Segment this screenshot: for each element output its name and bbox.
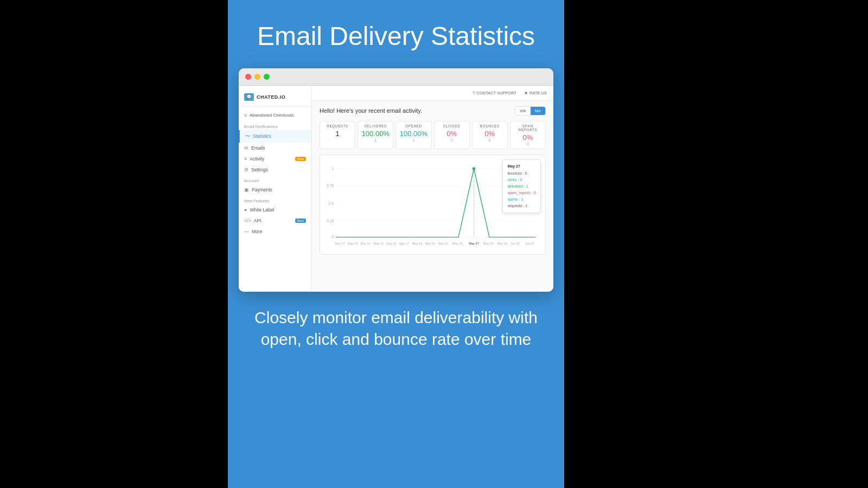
help-icon: ? <box>473 91 475 95</box>
stat-clicked-label: CLICKED <box>438 124 466 128</box>
stat-spam-label: SPAM REPORTS <box>514 124 542 132</box>
stat-spam-value: 0% <box>514 133 542 142</box>
sidebar-item-settings[interactable]: ⚙ Settings <box>239 164 311 175</box>
api-icon: </> <box>244 218 251 223</box>
svg-text:May 21: May 21 <box>425 241 435 245</box>
sidebar-item-payments[interactable]: ▣ Payments <box>239 184 311 195</box>
new-badge: New <box>295 157 306 161</box>
week-toggle[interactable]: Wk <box>515 107 531 115</box>
sidebar-item-abandoned-checkouts[interactable]: ≡ Abandoned Checkouts <box>239 110 311 121</box>
more-icon: — <box>244 229 249 234</box>
page-title: Email Delivery Statistics <box>235 0 557 68</box>
browser-titlebar <box>239 68 553 86</box>
stat-bounces-label: BOUNCES <box>476 124 504 128</box>
statistics-icon: 〜 <box>245 133 250 140</box>
svg-text:May 29: May 29 <box>483 241 494 245</box>
svg-text:May 15: May 15 <box>386 241 397 245</box>
svg-text:0.75: 0.75 <box>327 184 334 188</box>
sidebar-item-label: Activity <box>250 156 264 162</box>
settings-icon: ⚙ <box>244 167 248 172</box>
sidebar-item-label: Payments <box>252 187 272 192</box>
sidebar-section-account: Account <box>239 175 311 184</box>
svg-text:Jun 02: Jun 02 <box>510 241 520 245</box>
stat-spam: SPAM REPORTS 0% 0 <box>510 121 546 149</box>
contact-support-label: CONTACT SUPPORT <box>476 91 516 95</box>
period-toggle: Wk Mo <box>515 106 546 115</box>
close-button[interactable] <box>245 74 251 80</box>
sidebar-logo: 💬 CHATED.IO <box>239 90 311 107</box>
svg-text:May 11: May 11 <box>361 241 371 245</box>
svg-text:May 19: May 19 <box>412 241 423 245</box>
svg-text:May 07: May 07 <box>335 241 345 245</box>
stat-delivered-value: 100.00% <box>361 130 390 138</box>
chart-tooltip: May 27 bounces : 0 clicks : 0 delivered … <box>502 159 541 213</box>
topbar: ? CONTACT SUPPORT ★ RATE US <box>312 86 553 101</box>
chart-container: 1 0.75 0.5 0.25 0 <box>320 155 546 255</box>
svg-point-11 <box>473 167 476 170</box>
tooltip-spam: spam_reports : 0 <box>507 190 536 196</box>
rate-us-button[interactable]: ★ RATE US <box>524 91 547 95</box>
menu-icon: ≡ <box>244 113 247 118</box>
tooltip-date: May 27 <box>507 163 536 170</box>
stat-requests: REQUESTS 1 <box>320 121 355 149</box>
stat-requests-value: 1 <box>323 130 352 138</box>
sidebar-item-white-label[interactable]: ● White Label <box>239 204 311 215</box>
sidebar-item-emails[interactable]: ✉ Emails <box>239 143 311 153</box>
contact-support-button[interactable]: ? CONTACT SUPPORT <box>473 91 516 95</box>
stat-bounces-sub: 0 <box>476 138 504 142</box>
svg-text:1: 1 <box>331 166 334 170</box>
sidebar: 💬 CHATED.IO ≡ Abandoned Checkouts Email … <box>239 86 312 292</box>
sidebar-section-features: New Features <box>239 195 311 204</box>
stat-clicked: CLICKED 0% 0 <box>434 121 470 149</box>
sidebar-item-label: Statistics <box>253 133 271 139</box>
tooltip-delivered: delivered : 1 <box>507 183 536 190</box>
stat-bounces-value: 0% <box>476 130 504 138</box>
sidebar-item-more[interactable]: — More <box>239 226 311 237</box>
sidebar-item-label: Emails <box>251 145 265 151</box>
white-label-icon: ● <box>244 207 247 213</box>
stat-spam-sub: 0 <box>514 142 542 146</box>
stat-opened-sub: 1 <box>399 138 427 142</box>
minimize-button[interactable] <box>254 74 260 80</box>
activity-header: Hello! Here's your recent email activity… <box>320 106 546 115</box>
stat-delivered-sub: 1 <box>361 138 390 142</box>
svg-text:May 23: May 23 <box>438 241 448 245</box>
logo-icon: 💬 <box>244 93 254 101</box>
stat-opened: OPENED 100.00% 1 <box>395 121 431 149</box>
sidebar-item-activity[interactable]: ≡ Activity New <box>239 153 311 164</box>
stat-delivered: DELIVERED 100.00% 1 <box>358 121 393 149</box>
stat-opened-value: 100.00% <box>399 130 427 138</box>
tooltip-bounces: bounces : 0 <box>507 170 536 177</box>
stat-bounces: BOUNCES 0% 0 <box>472 121 508 149</box>
svg-text:May 09: May 09 <box>348 241 358 245</box>
sidebar-item-label: Abandoned Checkouts <box>250 113 293 118</box>
stat-delivered-label: DELIVERED <box>361 124 390 128</box>
sidebar-item-api[interactable]: </> API Beta <box>239 215 311 226</box>
svg-text:May 27: May 27 <box>469 241 479 245</box>
sidebar-item-statistics[interactable]: 〜 Statistics <box>239 130 311 143</box>
maximize-button[interactable] <box>264 74 270 80</box>
bottom-subtitle: Closely monitor email deliverability wit… <box>228 292 564 362</box>
svg-text:Jun 04: Jun 04 <box>525 241 534 245</box>
stat-clicked-sub: 0 <box>438 138 466 142</box>
email-icon: ✉ <box>244 145 248 151</box>
tooltip-requests: requests : 1 <box>507 203 536 209</box>
month-toggle[interactable]: Mo <box>531 107 545 115</box>
browser-content: 💬 CHATED.IO ≡ Abandoned Checkouts Email … <box>239 86 553 292</box>
svg-text:0.5: 0.5 <box>329 201 334 205</box>
stat-requests-label: REQUESTS <box>323 124 352 128</box>
svg-text:May 31: May 31 <box>497 241 507 245</box>
sidebar-item-label: API <box>254 218 261 223</box>
activity-icon: ≡ <box>244 156 247 162</box>
main-content: ? CONTACT SUPPORT ★ RATE US Hello! Here'… <box>312 86 553 292</box>
tooltip-opens: opens : 1 <box>507 196 536 203</box>
logo-text: CHATED.IO <box>257 94 285 100</box>
svg-text:May 25: May 25 <box>452 241 463 245</box>
stats-row: REQUESTS 1 DELIVERED 100.00% 1 OPENED 10… <box>320 121 546 149</box>
sidebar-item-label: Settings <box>251 167 268 172</box>
sidebar-item-label: White Label <box>250 207 274 213</box>
browser-window: 💬 CHATED.IO ≡ Abandoned Checkouts Email … <box>239 68 553 292</box>
beta-badge: Beta <box>295 219 306 223</box>
activity-area: Hello! Here's your recent email activity… <box>312 101 553 292</box>
rate-us-label: RATE US <box>529 91 547 95</box>
